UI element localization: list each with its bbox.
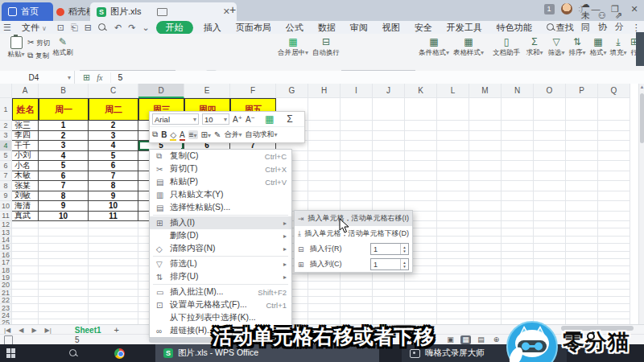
mini-borders-icon[interactable]: ⊞▾ xyxy=(201,130,211,139)
row-header-2[interactable]: 2 xyxy=(0,121,12,131)
cell-C3[interactable]: 3 xyxy=(89,131,138,142)
mini-increase-font-icon[interactable]: A⁺ xyxy=(233,115,242,124)
cell-I23[interactable] xyxy=(341,304,373,311)
mini-paste-icon[interactable]: ⧉ xyxy=(152,130,158,139)
cell-L20[interactable] xyxy=(437,282,469,289)
mini-painter-icon[interactable]: ✎ xyxy=(214,130,221,139)
cell-J19[interactable] xyxy=(373,274,405,282)
column-header-Q[interactable]: Q xyxy=(598,84,630,98)
cell-O13[interactable] xyxy=(534,228,566,236)
cell-B24[interactable] xyxy=(39,312,89,319)
cell-N2[interactable] xyxy=(502,121,534,131)
cell-O21[interactable] xyxy=(534,290,566,297)
cell-L15[interactable] xyxy=(437,244,469,251)
cell-I2[interactable] xyxy=(341,121,373,131)
mini-font-size-select[interactable]: 10▾ xyxy=(202,113,229,125)
cell-B1[interactable]: 周一 xyxy=(39,98,89,121)
cell-B15[interactable] xyxy=(39,244,89,251)
cell-J9[interactable] xyxy=(373,191,405,202)
cell-M23[interactable] xyxy=(469,304,502,311)
column-header-H[interactable]: H xyxy=(308,84,341,98)
cell-O19[interactable] xyxy=(534,274,566,282)
cell-Q18[interactable] xyxy=(598,266,630,274)
cell-L22[interactable] xyxy=(437,297,469,304)
column-header-A[interactable]: A xyxy=(12,84,39,98)
cell-Q21[interactable] xyxy=(598,290,630,297)
cell-Q24[interactable] xyxy=(598,312,630,319)
cell-L5[interactable] xyxy=(437,151,469,162)
cell-N23[interactable] xyxy=(502,304,534,311)
cell-P17[interactable] xyxy=(566,259,598,266)
row-header-1[interactable]: 1 xyxy=(0,98,12,121)
cell-A16[interactable] xyxy=(12,252,39,259)
output-icon[interactable]: ⎗ xyxy=(68,23,81,33)
menu-item-安全[interactable]: 安全 xyxy=(407,22,440,34)
vertical-scrollbar[interactable]: ▲ xyxy=(638,84,644,324)
cell-M10[interactable] xyxy=(469,201,502,212)
cell-Q22[interactable] xyxy=(598,297,630,304)
row-header-9[interactable]: 9 xyxy=(0,191,12,202)
count-spinner[interactable]: 1▲▼ xyxy=(370,258,409,270)
cell-L9[interactable] xyxy=(437,191,469,202)
row-header-22[interactable]: 22 xyxy=(0,297,12,304)
fill-button[interactable]: ⤓ 填充▾ xyxy=(609,36,628,58)
insert-submenu-item-3[interactable]: ⊟插入行(R)1▲▼ xyxy=(295,241,412,257)
cell-M20[interactable] xyxy=(469,282,502,289)
cell-B22[interactable] xyxy=(39,297,89,304)
mini-autosum-button[interactable]: 自动求和▾ xyxy=(245,130,277,140)
copy-button[interactable]: ⧉ 复制 xyxy=(27,51,49,61)
cell-A4[interactable]: 干千 xyxy=(12,141,39,151)
row-header-13[interactable]: 13 xyxy=(0,228,12,236)
cell-O17[interactable] xyxy=(534,259,566,266)
paste-button[interactable]: 粘贴▾ xyxy=(5,36,27,60)
cell-A24[interactable] xyxy=(12,312,39,319)
cell-O10[interactable] xyxy=(534,201,566,212)
context-menu-item-11[interactable]: ▭插入批注(M)...Shift+F2 xyxy=(150,286,291,298)
cell-H2[interactable] xyxy=(308,121,341,131)
cell-B21[interactable] xyxy=(39,290,89,297)
normal-view-icon[interactable]: ▦ xyxy=(460,335,471,344)
cell-N12[interactable] xyxy=(502,221,534,228)
cell-Q12[interactable] xyxy=(598,221,630,228)
cell-C11[interactable]: 11 xyxy=(89,212,138,222)
cell-H23[interactable] xyxy=(308,304,341,311)
cell-M16[interactable] xyxy=(469,252,502,259)
cell-K2[interactable] xyxy=(405,121,437,131)
page-break-view-icon[interactable]: ▤ xyxy=(476,335,486,344)
cell-M9[interactable] xyxy=(469,191,502,202)
cell-O7[interactable] xyxy=(534,171,566,182)
context-menu-item-5[interactable]: ▤选择性粘贴(S)... xyxy=(150,201,291,214)
cell-K4[interactable] xyxy=(405,141,437,151)
sheet-tab-sheet1[interactable]: Sheet1 xyxy=(75,326,101,335)
cell-L1[interactable] xyxy=(437,98,469,121)
cell-B18[interactable] xyxy=(39,266,89,274)
mini-font-color-icon[interactable]: A xyxy=(180,130,185,139)
column-header-B[interactable]: B xyxy=(39,84,89,98)
cell-Q2[interactable] xyxy=(598,121,630,131)
cell-A7[interactable]: 木敏 xyxy=(12,171,39,182)
cell-A20[interactable] xyxy=(12,282,39,289)
taskbar-search-icon[interactable] xyxy=(69,348,79,358)
row-header-11[interactable]: 11 xyxy=(0,212,12,222)
wrap-text-button[interactable]: ⊟ 自动换行 xyxy=(311,36,341,58)
spinner-arrows-icon[interactable]: ▲▼ xyxy=(400,244,408,254)
cell-I1[interactable] xyxy=(341,98,373,121)
cell-L16[interactable] xyxy=(437,252,469,259)
cell-H9[interactable] xyxy=(308,191,341,202)
chevron-down-icon[interactable]: ⌄ xyxy=(138,23,152,33)
cell-C2[interactable]: 2 xyxy=(89,121,138,131)
cell-M8[interactable] xyxy=(469,181,502,191)
row-header-15[interactable]: 15 xyxy=(0,244,12,251)
cell-Q20[interactable] xyxy=(598,282,630,289)
cell-J23[interactable] xyxy=(373,304,405,311)
cell-P20[interactable] xyxy=(566,282,598,289)
cell-K19[interactable] xyxy=(405,274,437,282)
monitor-icon[interactable] xyxy=(157,8,167,16)
table-style-button[interactable]: ▦ 表格样式▾ xyxy=(451,36,486,58)
context-menu-item-13[interactable]: 从下拉列表中选择(K)... xyxy=(150,311,291,324)
cell-A8[interactable]: 张某 xyxy=(12,181,39,191)
cell-O14[interactable] xyxy=(534,237,566,244)
cell-P19[interactable] xyxy=(566,274,598,282)
cell-P11[interactable] xyxy=(566,212,598,222)
cell-M19[interactable] xyxy=(469,274,502,282)
